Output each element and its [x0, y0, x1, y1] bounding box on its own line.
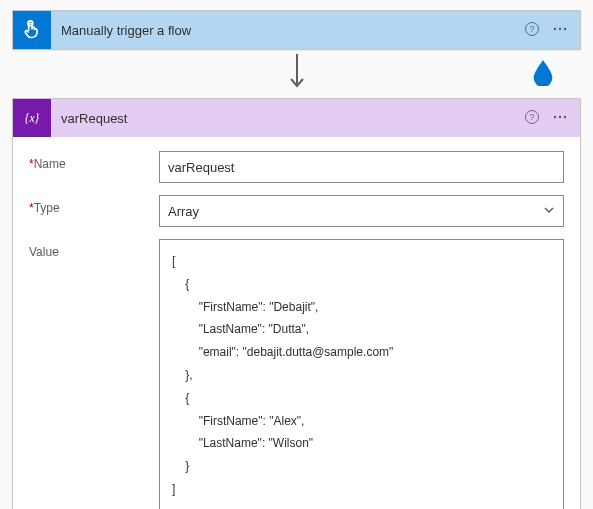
manual-trigger-icon [13, 11, 51, 49]
action-header-actions: ? [524, 109, 580, 128]
name-input[interactable] [159, 151, 564, 183]
more-icon[interactable] [552, 109, 568, 128]
svg-text:{x}: {x} [25, 112, 40, 125]
svg-text:?: ? [529, 24, 534, 34]
type-row: *Type Array [29, 195, 564, 227]
water-drop-icon [529, 58, 557, 86]
trigger-card: Manually trigger a flow ? [12, 10, 581, 50]
action-card: {x} varRequest ? *Name *Type [12, 98, 581, 509]
flow-canvas: Manually trigger a flow ? [0, 0, 593, 509]
action-body: *Name *Type Array Value [13, 137, 580, 509]
name-label: *Name [29, 151, 159, 171]
chevron-down-icon [543, 204, 555, 219]
action-header[interactable]: {x} varRequest ? [13, 99, 580, 137]
trigger-title: Manually trigger a flow [51, 23, 524, 38]
name-row: *Name [29, 151, 564, 183]
svg-point-11 [559, 115, 561, 117]
svg-point-12 [564, 115, 566, 117]
type-select-value: Array [168, 204, 199, 219]
type-label: *Type [29, 195, 159, 215]
help-icon[interactable]: ? [524, 109, 540, 128]
variable-icon: {x} [13, 99, 51, 137]
help-icon[interactable]: ? [524, 21, 540, 40]
svg-point-3 [554, 27, 556, 29]
value-row: Value [ { "FirstName": "Debajit", "LastN… [29, 239, 564, 509]
connector [12, 50, 581, 98]
svg-point-4 [559, 27, 561, 29]
svg-point-5 [564, 27, 566, 29]
arrow-down-icon [288, 54, 306, 94]
type-select[interactable]: Array [159, 195, 564, 227]
value-label: Value [29, 239, 159, 259]
action-title: varRequest [51, 111, 524, 126]
svg-point-10 [554, 115, 556, 117]
trigger-header-actions: ? [524, 21, 580, 40]
trigger-header[interactable]: Manually trigger a flow ? [13, 11, 580, 49]
more-icon[interactable] [552, 21, 568, 40]
value-input[interactable]: [ { "FirstName": "Debajit", "LastName": … [159, 239, 564, 509]
svg-text:?: ? [529, 112, 534, 122]
